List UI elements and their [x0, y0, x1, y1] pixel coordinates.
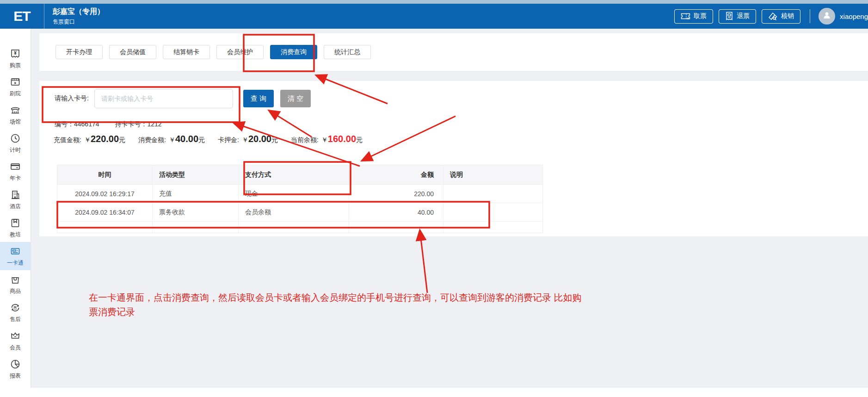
col-amount: 金额 [349, 165, 443, 185]
tab-bar: 开卡办理 会员储值 结算销卡 会员维护 消费查询 统计汇总 [55, 45, 868, 59]
table-row: 2024.09.02 16:29:17 充值 现金 220.00 [57, 185, 543, 203]
table-row: 2024.09.02 16:34:07 票务收款 会员余额 40.00 [57, 203, 543, 222]
sidebar-item-buy-ticket[interactable]: ¥ 购票 [0, 44, 31, 73]
sidebar-item-venue[interactable]: 场馆 [0, 101, 31, 129]
avatar[interactable] [819, 8, 835, 25]
card-holder-label: 持卡卡号： [115, 120, 148, 129]
card-deposit: 卡押金: ￥ 20.00 元 [218, 134, 278, 144]
tab-member-deposit[interactable]: 会员储值 [109, 45, 156, 59]
card-number-label: 请输入卡号: [55, 94, 89, 103]
sidebar-item-annual-card[interactable]: 年卡 [0, 157, 31, 186]
cell-note [443, 203, 543, 222]
cell-amount: 40.00 [349, 203, 443, 222]
col-note: 说明 [443, 165, 543, 185]
cell-note [443, 185, 543, 203]
card-number-input[interactable] [94, 89, 233, 108]
sidebar-label: 计时 [10, 146, 21, 154]
current-balance: 当前余额: ￥ 160.00 元 [291, 134, 363, 144]
refund-ticket-label: 退票 [737, 12, 750, 20]
svg-text:售: 售 [13, 305, 18, 310]
verify-ticket-button[interactable]: 核销 [762, 9, 800, 24]
tab-consume-query[interactable]: 消费查询 [270, 45, 317, 59]
card-id-label: 编号： [55, 120, 74, 129]
sidebar-label: 酒店 [10, 203, 21, 211]
sidebar-item-education[interactable]: 教培 [0, 214, 31, 242]
username[interactable]: xiaopeng [840, 12, 868, 20]
sidebar-label: 场馆 [10, 118, 21, 126]
tab-settle-cancel[interactable]: 结算销卡 [163, 45, 210, 59]
goods-icon [10, 274, 21, 285]
cell-pay: 会员余额 [239, 203, 349, 222]
cell-type: 票务收款 [153, 203, 239, 222]
clear-button[interactable]: 清 空 [280, 90, 311, 107]
table-row-empty [57, 222, 543, 233]
balance-summary: 充值金额: ￥ 220.00 元 消费金额: ￥ 40.00 元 卡押金: ￥ … [54, 134, 376, 144]
member-icon [10, 330, 21, 341]
aftersale-icon: 售 [10, 302, 21, 313]
sidebar-label: 年卡 [10, 174, 21, 182]
refund-icon [725, 12, 733, 21]
user-icon [822, 11, 831, 22]
card-id-value: 4466174 [74, 120, 99, 129]
tab-open-card[interactable]: 开卡办理 [55, 45, 103, 59]
consume-record-table: 时间 活动类型 支付方式 金额 说明 2024.09.02 16:29:17 充… [57, 165, 543, 233]
sidebar-item-goods[interactable]: 商品 [0, 270, 31, 298]
sidebar-item-report[interactable]: 报表 [0, 355, 31, 383]
theater-icon [10, 76, 21, 87]
sidebar-label: 售后 [10, 316, 21, 323]
sidebar: ¥ 购票 剧院 场馆 计时 [0, 29, 31, 388]
annual-card-icon [10, 161, 21, 172]
query-button[interactable]: 查 询 [243, 90, 274, 107]
cell-amount: 220.00 [349, 185, 443, 203]
sidebar-label: 会员 [10, 344, 21, 352]
cell-pay: 现金 [239, 185, 349, 203]
topbar-divider [810, 9, 810, 23]
onecard-icon [10, 246, 21, 257]
buy-ticket-icon: ¥ [10, 48, 21, 59]
card-search-form: 请输入卡号: 查 询 清 空 [55, 89, 311, 108]
window-subtitle: 售票窗口 [53, 18, 105, 26]
col-type: 活动类型 [153, 165, 239, 185]
sidebar-label: 购票 [10, 62, 21, 69]
verify-icon [768, 12, 778, 21]
tab-member-maintain[interactable]: 会员维护 [216, 45, 264, 59]
sidebar-item-aftersale[interactable]: 售 售后 [0, 298, 31, 327]
sidebar-label: 商品 [10, 287, 21, 295]
recharge-amount: 充值金额: ￥ 220.00 元 [54, 134, 125, 144]
consume-query-panel: 请输入卡号: 查 询 清 空 编号： 4466174 持卡卡号： 1212 充值… [39, 81, 868, 236]
tab-statistics[interactable]: 统计汇总 [324, 45, 371, 59]
app-logo: ET [0, 4, 44, 29]
svg-text:¥: ¥ [14, 50, 17, 55]
verify-ticket-label: 核销 [781, 12, 794, 20]
sidebar-label: 一卡通 [7, 259, 24, 267]
hotel-icon [10, 189, 21, 200]
col-pay: 支付方式 [239, 165, 349, 185]
col-time: 时间 [57, 165, 153, 185]
sidebar-item-member[interactable]: 会员 [0, 327, 31, 355]
sidebar-item-onecard[interactable]: 一卡通 [0, 242, 31, 270]
window-title-block: 彭嘉宝（专用） 售票窗口 [53, 7, 105, 26]
sidebar-item-hotel[interactable]: 酒店 [0, 186, 31, 214]
card-holder-value: 1212 [148, 120, 162, 129]
sidebar-label: 剧院 [10, 90, 21, 98]
cell-time: 2024.09.02 16:34:07 [57, 203, 153, 222]
sidebar-label: 教培 [10, 231, 21, 239]
cell-time: 2024.09.02 16:29:17 [57, 185, 153, 203]
education-icon [10, 217, 21, 229]
window-title: 彭嘉宝（专用） [53, 7, 105, 17]
consume-amount: 消费金额: ￥ 40.00 元 [138, 134, 205, 144]
tab-section: 开卡办理 会员储值 结算销卡 会员维护 消费查询 统计汇总 [39, 33, 868, 71]
pickup-ticket-button[interactable]: 取票 [674, 9, 713, 24]
sidebar-item-theater[interactable]: 剧院 [0, 73, 31, 101]
card-info-row: 编号： 4466174 持卡卡号： 1212 [55, 120, 162, 129]
pickup-ticket-label: 取票 [694, 12, 707, 20]
report-icon [10, 359, 21, 370]
sidebar-item-timer[interactable]: 计时 [0, 129, 31, 157]
cell-type: 充值 [153, 185, 239, 203]
ticket-pickup-icon [681, 12, 690, 20]
topbar: ET 彭嘉宝（专用） 售票窗口 取票 退票 [0, 4, 868, 29]
venue-icon [10, 105, 21, 116]
refund-ticket-button[interactable]: 退票 [719, 9, 756, 24]
sidebar-label: 报表 [10, 372, 21, 380]
timer-icon [10, 133, 21, 144]
